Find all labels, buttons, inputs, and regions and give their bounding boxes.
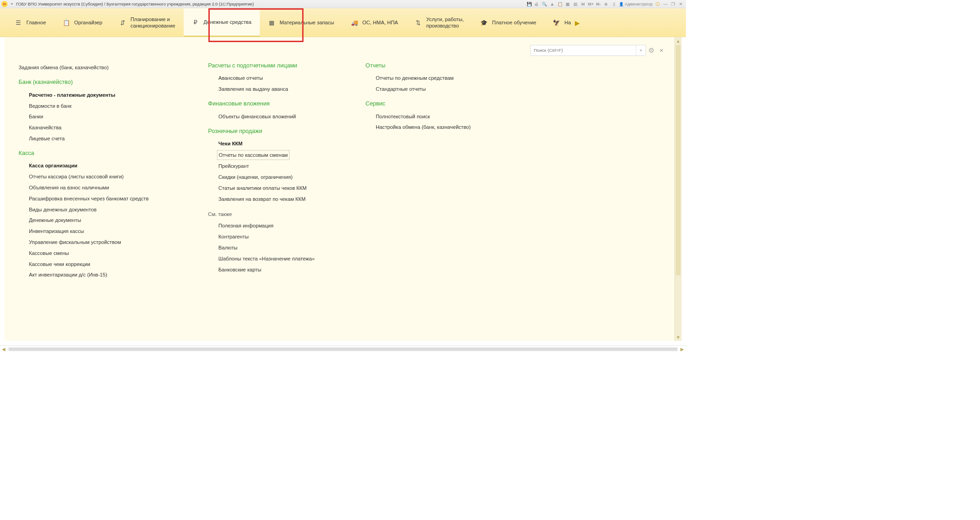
link-inv15[interactable]: Акт инвентаризации д/с (Инв-15)	[19, 270, 199, 281]
link-cashier-reports[interactable]: Отчеты кассира (листы кассовой книги)	[19, 171, 199, 183]
user-indicator[interactable]: 👤Администратор	[619, 2, 652, 6]
column-2: Расчеты с подотчетными лицами Авансовые …	[208, 62, 356, 281]
nav-education[interactable]: 🎓 Платное обучение	[472, 8, 545, 37]
print-icon[interactable]: 🖨	[533, 0, 540, 7]
close-panel-icon[interactable]: ×	[659, 46, 663, 55]
app-logo-icon: 1c	[1, 1, 8, 7]
horizontal-scrollbar[interactable]: ◀ ▶	[0, 345, 686, 352]
link-pricelist[interactable]: Прейскурант	[208, 161, 356, 172]
sliders-icon: ⇅	[415, 19, 422, 26]
link-investment-objects[interactable]: Объекты финансовых вложений	[208, 111, 356, 122]
memory-m-icon[interactable]: M	[579, 0, 586, 7]
search-box: ×	[530, 45, 646, 56]
nav-label: Главное	[26, 19, 46, 26]
link-cash-deposit-declaration[interactable]: Объявления на взнос наличными	[19, 183, 199, 194]
link-money-reports[interactable]: Отчеты по денежным средствам	[366, 73, 513, 84]
group-cash[interactable]: Касса	[19, 150, 199, 157]
compare-icon[interactable]: ▲	[549, 0, 556, 7]
columns: Задания обмена (банк, казначейство) Банк…	[19, 62, 664, 281]
nav-label: ОС, НМА, НПА	[362, 19, 398, 26]
preview-icon[interactable]: 🔍	[541, 0, 548, 7]
scroll-down-icon[interactable]: ▼	[676, 333, 680, 341]
group-reports[interactable]: Отчеты	[366, 62, 513, 69]
window-close-icon[interactable]: ✕	[677, 0, 684, 7]
link-kkm-receipts[interactable]: Чеки ККМ	[208, 138, 356, 149]
group-service[interactable]: Сервис	[366, 100, 513, 107]
user-name: Администратор	[625, 2, 653, 6]
link-bank-statements[interactable]: Ведомости в банк	[19, 100, 199, 111]
scroll-right-icon[interactable]: ▶	[679, 347, 686, 352]
calendar-icon[interactable]: ▦	[564, 0, 571, 7]
nav-label: Платное обучение	[492, 19, 536, 26]
search-clear-button[interactable]: ×	[636, 45, 646, 55]
link-atm-deposits[interactable]: Расшифровка внесенных через банкомат сре…	[19, 193, 199, 204]
link-return-requests[interactable]: Заявления на возврат по чекам ККМ	[208, 194, 356, 205]
link-shift-reports[interactable]: Отчеты по кассовым сменам	[217, 150, 290, 160]
nav-more[interactable]: 🦅 На	[545, 8, 573, 37]
link-fiscal-device[interactable]: Управление фискальным устройством	[19, 237, 199, 248]
work-area: × ⚙ × Задания обмена (банк, казначейство…	[0, 37, 686, 345]
link-payment-templates[interactable]: Шаблоны текста «Назначение платежа»	[208, 253, 356, 264]
nav-services[interactable]: ⇅ Услуги, работы, производство	[406, 8, 472, 37]
scroll-thumb[interactable]	[676, 45, 681, 276]
link-bank-cards[interactable]: Банковские карты	[208, 264, 356, 275]
help-icon[interactable]: ⓘ	[654, 0, 661, 7]
panel-icon[interactable]: ▯	[610, 0, 617, 7]
link-counterparties[interactable]: Контрагенты	[208, 232, 356, 243]
link-payment-docs[interactable]: Расчетно - платежные документы	[19, 89, 199, 100]
link-exchange-tasks[interactable]: Задания обмена (банк, казначейство)	[19, 62, 199, 73]
link-cash-shifts[interactable]: Кассовые смены	[19, 248, 199, 259]
nav-planning[interactable]: ⇵ Планирование и санкционирование	[111, 8, 184, 37]
nav-main[interactable]: ☰ Главное	[6, 8, 54, 37]
search-input[interactable]	[530, 48, 636, 53]
hscroll-track[interactable]	[8, 347, 678, 351]
nav-label: На	[564, 19, 571, 26]
link-org-cash[interactable]: Касса организации	[19, 160, 199, 171]
link-accounts[interactable]: Лицевые счета	[19, 133, 199, 144]
link-money-doc-types[interactable]: Виды денежных документов	[19, 204, 199, 215]
save-icon[interactable]: 💾	[525, 0, 532, 7]
nav-assets[interactable]: 🚚 ОС, НМА, НПА	[342, 8, 406, 37]
ruble-icon: ₽	[192, 18, 199, 25]
link-receipt-analytics[interactable]: Статьи аналитики оплаты чеков ККМ	[208, 183, 356, 194]
link-advance-request[interactable]: Заявления на выдачу аванса	[208, 84, 356, 95]
zoom-in-icon[interactable]: ⊕	[602, 0, 609, 7]
system-menu-dropdown-icon[interactable]: ▼	[10, 2, 14, 6]
scroll-up-icon[interactable]: ▲	[676, 37, 680, 45]
scroll-track[interactable]	[675, 45, 682, 333]
memory-minus-icon[interactable]: M-	[595, 0, 602, 7]
link-banks[interactable]: Банки	[19, 111, 199, 122]
group-investments[interactable]: Финансовые вложения	[208, 100, 356, 107]
nav-money[interactable]: ₽ Денежные средства	[184, 8, 260, 37]
group-advance[interactable]: Расчеты с подотчетными лицами	[208, 62, 356, 69]
window-minimize-icon[interactable]: —	[662, 0, 669, 7]
gear-icon[interactable]: ⚙	[648, 46, 655, 55]
group-retail[interactable]: Розничные продажи	[208, 128, 356, 135]
link-money-docs[interactable]: Денежные документы	[19, 215, 199, 226]
link-correction-receipts[interactable]: Кассовые чеки коррекции	[19, 259, 199, 270]
vertical-scrollbar[interactable]: ▲ ▼	[674, 37, 681, 341]
see-also-header: См. также	[208, 211, 356, 217]
link-useful-info[interactable]: Полезная информация	[208, 221, 356, 232]
link-fulltext-search[interactable]: Полнотекстовый поиск	[366, 111, 513, 122]
link-treasuries[interactable]: Казначейства	[19, 122, 199, 133]
nav-materials[interactable]: ▦ Материальные запасы	[260, 8, 342, 37]
link-standard-reports[interactable]: Стандартные отчеты	[366, 84, 513, 95]
link-currencies[interactable]: Валюты	[208, 243, 356, 254]
link-advance-reports[interactable]: Авансовые отчеты	[208, 73, 356, 84]
link-discounts[interactable]: Скидки (наценки, ограничения)	[208, 172, 356, 183]
memory-plus-icon[interactable]: M+	[587, 0, 594, 7]
scroll-left-icon[interactable]: ◀	[0, 347, 7, 352]
hscroll-thumb[interactable]	[9, 348, 677, 351]
calculator-icon[interactable]: ▥	[572, 0, 579, 7]
link-cash-inventory[interactable]: Инвентаризация кассы	[19, 226, 199, 237]
main-nav: ☰ Главное 📋 Органайзер ⇵ Планирование и …	[0, 8, 686, 37]
nav-organizer[interactable]: 📋 Органайзер	[54, 8, 111, 37]
window-title: ГОБУ ВПО Университет искусств (Субсидия)…	[16, 2, 254, 7]
window-maximize-icon[interactable]: ❐	[670, 0, 677, 7]
nav-label: Материальные запасы	[279, 19, 334, 26]
copy-icon[interactable]: 📋	[557, 0, 563, 7]
link-exchange-settings[interactable]: Настройка обмена (банк, казначейство)	[366, 122, 513, 133]
group-bank[interactable]: Банк (казначейство)	[19, 79, 199, 86]
nav-scroll-right[interactable]: ▶	[572, 8, 582, 37]
